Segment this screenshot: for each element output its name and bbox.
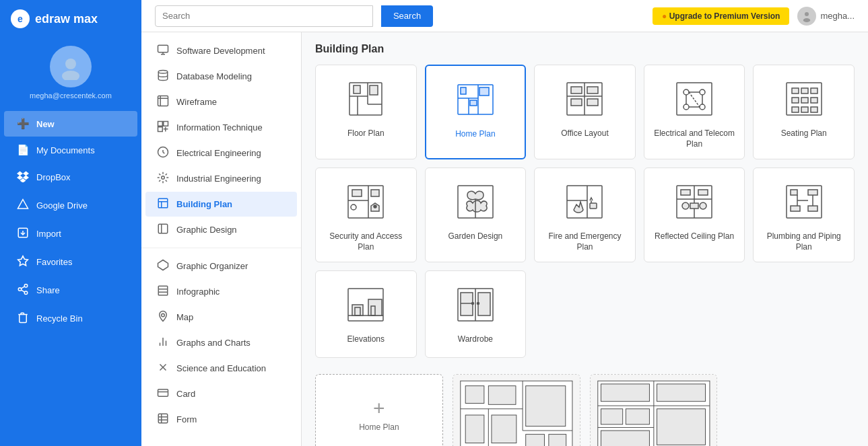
svg-rect-83 bbox=[792, 98, 799, 103]
cat-item-form[interactable]: Form bbox=[145, 407, 297, 432]
user-menu-button[interactable]: megha... bbox=[797, 7, 855, 26]
cat-item-industrial-engineering[interactable]: Industrial Engineering bbox=[145, 166, 297, 191]
section-header: Building Plan bbox=[315, 43, 855, 55]
cat-label-industrial-engineering: Industrial Engineering bbox=[176, 174, 261, 184]
sidebar-item-label-my-documents: My Documents bbox=[36, 145, 95, 155]
share-icon bbox=[16, 283, 30, 297]
sidebar-item-import[interactable]: Import bbox=[4, 220, 137, 248]
template-reflected-ceiling[interactable]: Reflected Ceiling Plan bbox=[644, 168, 745, 262]
template-fire-emergency[interactable]: Fire and Emergency Plan bbox=[534, 168, 636, 262]
category-sidebar: Software Development Database Modeling W… bbox=[141, 32, 302, 446]
svg-point-1 bbox=[62, 71, 79, 80]
template-elevations[interactable]: Elevations bbox=[315, 270, 417, 358]
svg-rect-59 bbox=[461, 87, 466, 94]
sidebar-item-label-favorites: Favorites bbox=[36, 257, 72, 267]
upgrade-button[interactable]: Upgrade to Premium Version bbox=[653, 7, 789, 25]
sidebar-item-google-drive[interactable]: Google Drive bbox=[4, 192, 137, 219]
cat-item-map[interactable]: Map bbox=[145, 305, 297, 330]
plus-icon: + bbox=[373, 397, 385, 420]
svg-point-70 bbox=[683, 89, 689, 95]
svg-rect-64 bbox=[587, 87, 598, 94]
svg-point-26 bbox=[162, 176, 165, 180]
svg-rect-54 bbox=[370, 85, 378, 95]
recent-section: + Home Plan bbox=[315, 374, 855, 446]
template-floor-plan[interactable]: Floor Plan bbox=[315, 65, 417, 159]
svg-line-10 bbox=[21, 287, 24, 289]
svg-rect-142 bbox=[525, 435, 544, 446]
cat-item-wireframe[interactable]: Wireframe bbox=[145, 89, 297, 114]
home-plan-icon bbox=[451, 75, 500, 124]
svg-rect-44 bbox=[158, 414, 168, 423]
template-label-office-layout: Office Layout bbox=[561, 128, 609, 139]
recent-card-new[interactable]: + Home Plan bbox=[315, 374, 443, 446]
svg-marker-5 bbox=[18, 256, 28, 266]
recent-card-2[interactable] bbox=[590, 374, 718, 446]
svg-rect-27 bbox=[158, 198, 168, 208]
template-garden-design[interactable]: Garden Design bbox=[425, 168, 527, 262]
svg-rect-42 bbox=[158, 389, 168, 397]
cat-item-database-modeling[interactable]: Database Modeling bbox=[145, 64, 297, 89]
cat-item-graphic-organizer[interactable]: Graphic Organizer bbox=[145, 254, 297, 278]
svg-rect-84 bbox=[801, 98, 808, 103]
recent-card-image-2 bbox=[591, 375, 717, 446]
info-tech-icon bbox=[156, 120, 170, 135]
cat-label-information-technique: Information Technique bbox=[176, 122, 263, 133]
sidebar-item-recycle-bin[interactable]: Recycle Bin bbox=[4, 305, 137, 332]
cat-item-card[interactable]: Card bbox=[145, 381, 297, 406]
cat-item-information-technique[interactable]: Information Technique bbox=[145, 115, 297, 140]
new-icon: ➕ bbox=[16, 118, 30, 130]
sidebar-navigation: ➕ New 📄 My Documents DropBox Google Driv… bbox=[0, 110, 141, 333]
svg-rect-53 bbox=[354, 85, 360, 94]
search-input[interactable] bbox=[155, 5, 373, 27]
app-name: edraw max bbox=[35, 12, 98, 26]
cat-item-software-development[interactable]: Software Development bbox=[145, 38, 297, 63]
search-button[interactable]: Search bbox=[381, 5, 433, 27]
reflected-ceiling-icon bbox=[670, 178, 719, 226]
template-security-access[interactable]: Security and Access Plan bbox=[315, 168, 417, 262]
template-office-layout[interactable]: Office Layout bbox=[534, 65, 636, 159]
svg-rect-93 bbox=[371, 190, 379, 196]
section-title: Building Plan bbox=[315, 43, 384, 55]
fire-emergency-icon bbox=[560, 178, 609, 226]
template-label-plumbing-piping: Plumbing and Piping Plan bbox=[760, 231, 847, 252]
template-seating-plan[interactable]: Seating Plan bbox=[753, 65, 855, 159]
svg-rect-152 bbox=[657, 409, 705, 445]
svg-rect-151 bbox=[626, 409, 649, 424]
template-label-wardrobe: Wardrobe bbox=[458, 334, 493, 345]
svg-point-72 bbox=[683, 104, 689, 110]
cat-label-graphic-design: Graphic Design bbox=[176, 225, 237, 235]
cat-item-graphs-charts[interactable]: Graphs and Charts bbox=[145, 330, 297, 355]
template-plumbing-piping[interactable]: Plumbing and Piping Plan bbox=[753, 168, 855, 262]
template-electrical-telecom[interactable]: Electrical and Telecom Plan bbox=[644, 65, 745, 159]
svg-rect-86 bbox=[792, 107, 799, 112]
cat-item-building-plan[interactable]: Building Plan bbox=[145, 192, 297, 217]
svg-rect-106 bbox=[681, 190, 690, 195]
svg-marker-2 bbox=[18, 200, 28, 209]
svg-rect-98 bbox=[567, 186, 602, 218]
sidebar-item-favorites[interactable]: Favorites bbox=[4, 248, 137, 276]
sidebar-item-my-documents[interactable]: 📄 My Documents bbox=[4, 137, 137, 163]
template-label-elevations: Elevations bbox=[347, 334, 385, 345]
cat-item-electrical-engineering[interactable]: Electrical Engineering bbox=[145, 141, 297, 165]
science-icon bbox=[156, 361, 170, 375]
recent-card-1[interactable] bbox=[453, 374, 580, 446]
cat-item-graphic-design[interactable]: Graphic Design bbox=[145, 217, 297, 242]
sidebar-item-dropbox[interactable]: DropBox bbox=[4, 163, 137, 191]
sidebar-item-new[interactable]: ➕ New bbox=[4, 111, 137, 137]
sidebar-item-label-share: Share bbox=[36, 285, 60, 295]
templates-area: Building Plan bbox=[302, 32, 868, 446]
svg-rect-22 bbox=[158, 127, 163, 132]
template-label-security-access: Security and Access Plan bbox=[323, 231, 409, 252]
sidebar-item-label-new: New bbox=[36, 119, 55, 129]
cat-item-infographic[interactable]: Infographic bbox=[145, 279, 297, 304]
svg-rect-107 bbox=[698, 190, 708, 195]
svg-rect-20 bbox=[158, 122, 163, 126]
sidebar-item-share[interactable]: Share bbox=[4, 276, 137, 304]
garden-design-icon bbox=[451, 178, 500, 226]
cat-item-science-education[interactable]: Science and Education bbox=[145, 356, 297, 381]
graphs-charts-icon bbox=[156, 336, 170, 350]
template-wardrobe[interactable]: Wardrobe bbox=[425, 270, 527, 358]
svg-rect-33 bbox=[158, 286, 168, 295]
svg-rect-141 bbox=[492, 415, 516, 443]
template-home-plan[interactable]: Home Plan bbox=[425, 65, 527, 159]
